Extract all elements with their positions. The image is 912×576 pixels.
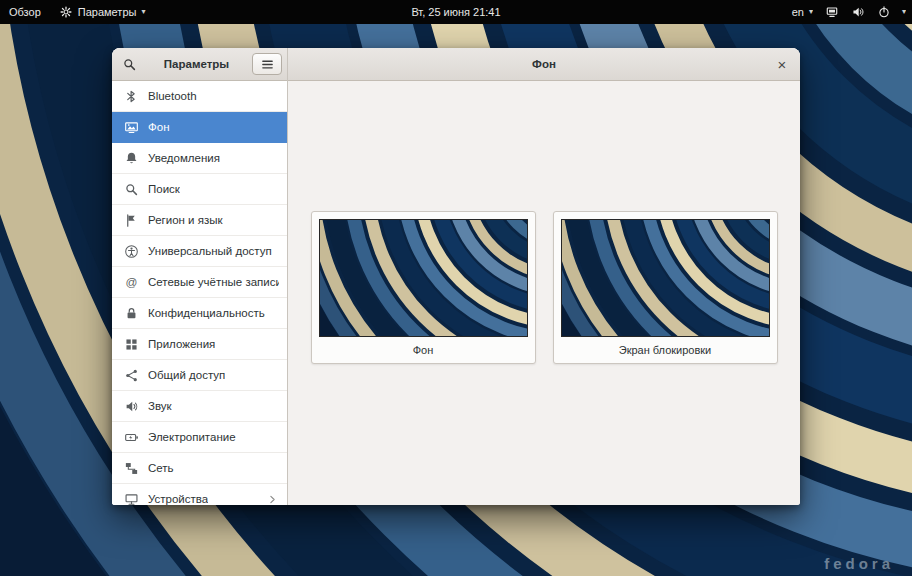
app-menu-button[interactable]: Параметры ▾ — [50, 0, 155, 24]
app-menu-label: Параметры — [78, 6, 137, 18]
accessibility-icon — [123, 243, 139, 259]
search-icon — [123, 181, 139, 197]
panel-content: Фон Экран блокировки — [288, 81, 800, 505]
bluetooth-icon — [123, 88, 139, 104]
hamburger-menu-icon — [260, 57, 275, 72]
sidebar-list: Bluetooth Фон Уведомления Поиск Регион и… — [112, 81, 287, 505]
battery-icon — [123, 429, 139, 445]
clock-button[interactable]: Вт, 25 июня 21:41 — [402, 0, 509, 24]
sidebar-item-background[interactable]: Фон — [112, 112, 287, 143]
sidebar-item-accounts[interactable]: @ Сетевые учётные записи — [112, 267, 287, 298]
sound-icon — [123, 398, 139, 414]
activities-label: Обзор — [9, 6, 41, 18]
system-status-area: en ▾ ▾ — [786, 0, 912, 24]
sidebar-item-search[interactable]: Поиск — [112, 174, 287, 205]
sidebar-item-flag[interactable]: Регион и язык — [112, 205, 287, 236]
search-button[interactable] — [117, 53, 141, 75]
caret-down-icon: ▾ — [809, 8, 813, 16]
sidebar-item-apps[interactable]: Приложения — [112, 329, 287, 360]
background-icon — [123, 119, 139, 135]
network-icon — [123, 460, 139, 476]
sidebar-item-bell[interactable]: Уведомления — [112, 143, 287, 174]
caret-down-icon: ▾ — [902, 8, 906, 16]
sidebar-item-sound[interactable]: Звук — [112, 391, 287, 422]
wallpaper-card-label: Экран блокировки — [561, 337, 770, 356]
sidebar-headerbar: Параметры — [112, 48, 287, 81]
background-panel: Фон × Фон Экран блокировки — [288, 48, 800, 505]
primary-menu-button[interactable] — [252, 53, 282, 75]
panel-title: Фон — [532, 58, 556, 70]
sidebar-item-lock[interactable]: Конфиденциальность — [112, 298, 287, 329]
gear-icon — [59, 5, 73, 19]
bell-icon — [123, 150, 139, 166]
clock-label: Вт, 25 июня 21:41 — [411, 6, 500, 18]
sidebar-item-bluetooth[interactable]: Bluetooth — [112, 81, 287, 112]
fedora-watermark: fedora — [824, 555, 894, 572]
sidebar-title: Параметры — [144, 58, 249, 70]
svg-text:@: @ — [125, 275, 137, 288]
devices-icon — [123, 491, 139, 505]
volume-icon — [851, 5, 865, 19]
sidebar-item-battery[interactable]: Электропитание — [112, 422, 287, 453]
lock-icon — [123, 305, 139, 321]
settings-sidebar: Параметры Bluetooth Фон Уведомления Поис… — [112, 48, 288, 505]
keyboard-layout-button[interactable]: en ▾ — [786, 0, 819, 24]
share-icon — [123, 367, 139, 383]
close-button[interactable]: × — [771, 53, 793, 75]
aggregate-menu-button[interactable]: ▾ — [819, 0, 912, 24]
wallpaper-card-label: Фон — [319, 337, 528, 356]
wallpaper-thumbnail — [319, 219, 528, 337]
wallpaper-card[interactable]: Фон — [311, 211, 536, 364]
sidebar-item-share[interactable]: Общий доступ — [112, 360, 287, 391]
power-icon — [877, 5, 891, 19]
network-wired-icon — [825, 5, 839, 19]
sidebar-item-accessibility[interactable]: Универсальный доступ — [112, 236, 287, 267]
accounts-icon: @ — [123, 274, 139, 290]
top-bar: Обзор Параметры ▾ Вт, 25 июня 21:41 en ▾… — [0, 0, 912, 24]
wallpaper-card[interactable]: Экран блокировки — [553, 211, 778, 364]
apps-icon — [123, 336, 139, 352]
settings-window: Параметры Bluetooth Фон Уведомления Поис… — [112, 48, 800, 505]
sidebar-item-devices[interactable]: Устройства — [112, 484, 287, 505]
keyboard-layout-label: en — [792, 6, 804, 18]
search-icon — [122, 57, 137, 72]
cards-row: Фон Экран блокировки — [288, 81, 800, 364]
caret-down-icon: ▾ — [141, 8, 145, 16]
activities-button[interactable]: Обзор — [0, 0, 50, 24]
wallpaper-thumbnail — [561, 219, 770, 337]
flag-icon — [123, 212, 139, 228]
desktop: fedora Обзор Параметры ▾ Вт, 25 июня 21:… — [0, 0, 912, 576]
panel-headerbar: Фон × — [288, 48, 800, 81]
sidebar-item-network[interactable]: Сеть — [112, 453, 287, 484]
chevron-right-icon — [266, 493, 279, 506]
